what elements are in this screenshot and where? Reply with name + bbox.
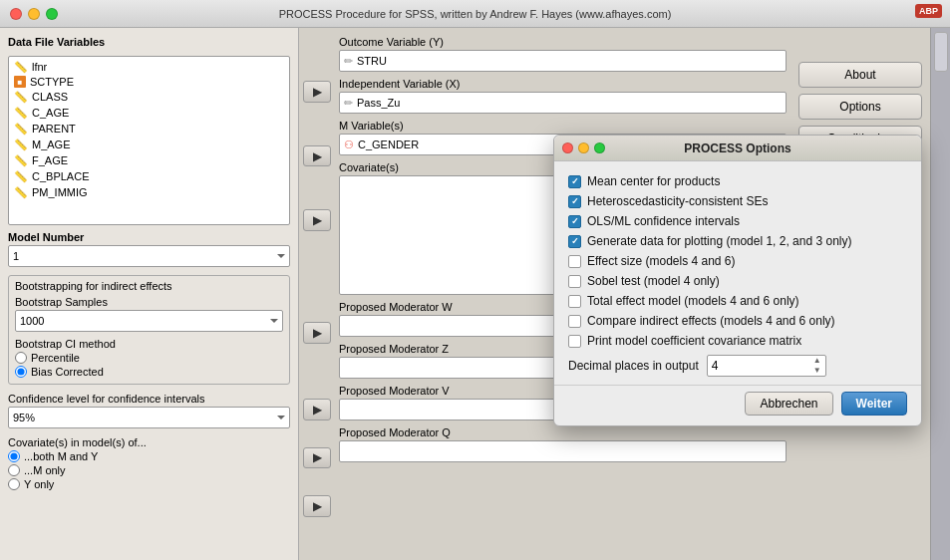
- arrow-btn-mod-v[interactable]: ▶: [303, 495, 331, 517]
- decimal-input[interactable]: 4 ▲ ▼: [707, 355, 826, 377]
- dialog-close-button[interactable]: [562, 142, 573, 153]
- heteroscedasticity-label: Heteroscedasticity-consistent SEs: [587, 194, 768, 208]
- dialog-min-button[interactable]: [578, 142, 589, 153]
- heteroscedasticity-checkbox[interactable]: [568, 195, 581, 208]
- list-item[interactable]: ■ SCTYPE: [11, 75, 287, 89]
- arrow-btn-mod-z[interactable]: ▶: [303, 447, 331, 469]
- option-row-compare-indirect[interactable]: Compare indirect effects (models 4 and 6…: [568, 311, 907, 331]
- bootstrap-samples-label: Bootstrap Samples: [15, 296, 283, 308]
- ruler-icon: 📏: [14, 169, 28, 183]
- data-file-label: Data File Variables: [8, 36, 290, 48]
- compare-indirect-checkbox[interactable]: [568, 315, 581, 328]
- decimal-label: Decimal places in output: [568, 359, 699, 373]
- list-item[interactable]: 📏 PM_IMMIG: [11, 184, 287, 200]
- option-row-sobel[interactable]: Sobel test (model 4 only): [568, 271, 907, 291]
- model-number-select[interactable]: 1: [8, 245, 290, 267]
- option-row-total-effect[interactable]: Total effect model (models 4 and 6 only): [568, 291, 907, 311]
- bootstrap-ci-group: Bootstrap CI method Percentile Bias Corr…: [15, 338, 283, 378]
- spinner-up[interactable]: ▲: [813, 356, 821, 366]
- dialog-controls: [562, 142, 605, 153]
- sobel-checkbox[interactable]: [568, 275, 581, 288]
- arrow-btn-m[interactable]: ▶: [303, 209, 331, 231]
- decimal-value: 4: [712, 359, 719, 373]
- bootstrapping-section: Bootstrapping for indirect effects Boots…: [8, 275, 290, 385]
- total-effect-checkbox[interactable]: [568, 295, 581, 308]
- close-button[interactable]: [10, 8, 22, 20]
- list-item[interactable]: 📏 F_AGE: [11, 152, 287, 168]
- title-bar: PROCESS Procedure for SPSS, written by A…: [0, 0, 950, 28]
- y-only-radio[interactable]: [8, 478, 20, 490]
- option-row-effect-size[interactable]: Effect size (models 4 and 6): [568, 251, 907, 271]
- about-button[interactable]: About: [798, 62, 922, 88]
- m-only-radio[interactable]: [8, 464, 20, 476]
- bootstrapping-label: Bootstrapping for indirect effects: [15, 280, 283, 292]
- minimize-button[interactable]: [28, 8, 40, 20]
- mean-center-checkbox[interactable]: [568, 175, 581, 188]
- ruler-icon: 📏: [14, 138, 28, 151]
- covariate-models-section: Covariate(s) in model(s) of... ...both M…: [8, 436, 290, 492]
- mod-q-field[interactable]: [339, 440, 787, 462]
- y-only-row[interactable]: Y only: [8, 478, 290, 490]
- m-value: C_GENDER: [358, 139, 419, 150]
- abp-badge: ABP: [915, 4, 942, 18]
- option-row-print-covariance[interactable]: Print model coefficient covariance matri…: [568, 331, 907, 351]
- arrow-btn-covariate[interactable]: ▶: [303, 322, 331, 344]
- bar-icon: ■: [14, 76, 26, 88]
- list-item[interactable]: 📏 M_AGE: [11, 137, 287, 152]
- list-item[interactable]: 📏 C_BPLACE: [11, 168, 287, 184]
- pencil-icon: ✏: [344, 97, 353, 110]
- independent-field: ✏ Pass_Zu: [339, 92, 787, 114]
- confidence-label: Confidence level for confidence interval…: [8, 393, 290, 405]
- both-m-y-row[interactable]: ...both M and Y: [8, 450, 290, 462]
- list-item[interactable]: 📏 PARENT: [11, 121, 287, 137]
- ols-ml-checkbox[interactable]: [568, 215, 581, 228]
- m-only-row[interactable]: ...M only: [8, 464, 290, 476]
- dialog-title: PROCESS Options: [684, 141, 791, 155]
- ruler-icon: 📏: [14, 122, 28, 136]
- variable-list[interactable]: 📏 lfnr ■ SCTYPE 📏 CLASS 📏 C_AGE 📏 PARENT…: [8, 56, 290, 225]
- dialog-body: Mean center for products Heteroscedastic…: [554, 161, 921, 385]
- scrollbar-thumb[interactable]: [934, 32, 948, 72]
- decimal-spinner[interactable]: ▲ ▼: [813, 356, 821, 376]
- both-m-y-radio[interactable]: [8, 450, 20, 462]
- percentile-radio[interactable]: [15, 352, 27, 364]
- percentile-row[interactable]: Percentile: [15, 352, 283, 364]
- independent-label: Independent Variable (X): [339, 78, 787, 90]
- dialog-max-button[interactable]: [594, 142, 605, 153]
- generate-data-checkbox[interactable]: [568, 235, 581, 248]
- var-name: SCTYPE: [30, 76, 74, 88]
- ols-ml-label: OLS/ML confidence intervals: [587, 214, 740, 228]
- spinner-down[interactable]: ▼: [813, 366, 821, 376]
- cancel-button[interactable]: Abbrechen: [745, 392, 832, 416]
- var-name: lfnr: [32, 61, 47, 73]
- bias-corrected-radio[interactable]: [15, 366, 27, 378]
- options-button[interactable]: Options: [798, 94, 922, 120]
- bias-corrected-label: Bias Corrected: [31, 366, 104, 378]
- print-covariance-checkbox[interactable]: [568, 335, 581, 348]
- model-number-label: Model Number: [8, 231, 290, 243]
- total-effect-label: Total effect model (models 4 and 6 only): [587, 294, 799, 308]
- list-item[interactable]: 📏 C_AGE: [11, 105, 287, 121]
- arrow-btn-outcome[interactable]: ▶: [303, 81, 331, 103]
- ruler-icon: 📏: [14, 153, 28, 167]
- option-row-heteroscedasticity[interactable]: Heteroscedasticity-consistent SEs: [568, 191, 907, 211]
- option-row-generate-data[interactable]: Generate data for plotting (model 1, 2, …: [568, 231, 907, 251]
- arrow-btn-independent[interactable]: ▶: [303, 145, 331, 167]
- effect-size-checkbox[interactable]: [568, 255, 581, 268]
- dialog-titlebar: PROCESS Options: [554, 136, 921, 161]
- var-name: PARENT: [32, 123, 76, 135]
- arrow-btn-mod-w[interactable]: ▶: [303, 399, 331, 420]
- right-scrollbar[interactable]: [930, 28, 950, 560]
- list-item[interactable]: 📏 lfnr: [11, 59, 287, 75]
- ruler-icon: 📏: [14, 106, 28, 120]
- ok-button[interactable]: Weiter: [841, 392, 907, 416]
- bias-corrected-row[interactable]: Bias Corrected: [15, 366, 283, 378]
- outcome-field: ✏ STRU: [339, 50, 787, 72]
- option-row-ols-ml[interactable]: OLS/ML confidence intervals: [568, 211, 907, 231]
- maximize-button[interactable]: [46, 8, 58, 20]
- bootstrap-samples-select[interactable]: 1000: [15, 310, 283, 332]
- list-item[interactable]: 📏 CLASS: [11, 89, 287, 105]
- option-row-mean-center[interactable]: Mean center for products: [568, 171, 907, 191]
- ruler-icon: 📏: [14, 185, 28, 199]
- confidence-select[interactable]: 95%: [8, 407, 290, 428]
